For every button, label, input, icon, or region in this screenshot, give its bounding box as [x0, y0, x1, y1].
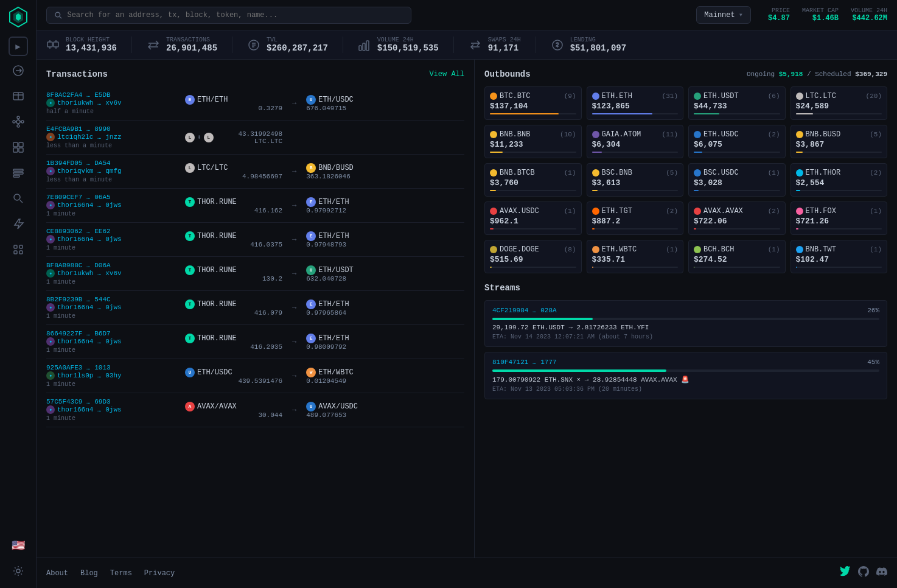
outbound-cell[interactable]: ETH.WBTC (1) $335.71: [587, 240, 684, 273]
to-asset-icon: E: [306, 334, 316, 343]
tx-from-asset-label: THOR.RUNE: [197, 266, 237, 275]
tx-from-amount: 416.0375: [185, 241, 282, 248]
sidebar-item-settings[interactable]: [7, 560, 29, 582]
swaps-label: Swaps 24h: [488, 37, 521, 43]
outbound-progress-bar: [796, 228, 882, 229]
tx-address[interactable]: ● thor166n4 … 0jws: [46, 235, 180, 243]
tx-hash[interactable]: 8B2F9239B … 544C: [46, 296, 180, 303]
outbound-count: (2): [768, 131, 780, 138]
outbound-cell[interactable]: BSC.USDC (1) $3,028: [688, 163, 786, 197]
sidebar-item-pools[interactable]: [7, 85, 29, 107]
outbound-asset-name: GAIA.ATOM: [602, 130, 641, 139]
outbound-cell[interactable]: BNB.BNB (10) $11,233: [484, 125, 582, 158]
outbound-progress-fill: [694, 267, 694, 268]
asset-icon: T: [185, 231, 195, 241]
outbound-cell[interactable]: BNB.TWT (1) $102.47: [791, 240, 888, 273]
tx-from-amount: 0.3279: [185, 105, 282, 112]
outbound-cell[interactable]: AVAX.USDC (1) $962.1: [484, 201, 582, 235]
app-logo[interactable]: [7, 6, 29, 28]
outbound-cell[interactable]: LTC.LTC (20) $24,589: [791, 86, 888, 120]
tx-address[interactable]: ● thor166n4 … 0jws: [46, 303, 180, 312]
outbound-cell[interactable]: BCH.BCH (1) $274.52: [688, 240, 786, 273]
stream-hash[interactable]: 4CF219984 … 028A 26%: [492, 307, 879, 314]
footer-terms[interactable]: Terms: [110, 569, 132, 578]
asset-icon: T: [185, 299, 195, 309]
address-avatar: ●: [46, 133, 55, 141]
outbound-asset-name: AVAX.USDC: [500, 207, 539, 215]
tx-address[interactable]: ● thor1qvkm … qmfg: [46, 167, 180, 175]
outbounds-title: Outbounds: [484, 69, 531, 79]
tx-address[interactable]: ● ltc1qh2lc … jnzz: [46, 133, 180, 141]
discord-icon[interactable]: [876, 566, 887, 580]
sidebar-item-more[interactable]: [7, 239, 29, 261]
play-button[interactable]: ▶: [9, 37, 28, 56]
tx-address[interactable]: ● thor166n4 … 0jws: [46, 337, 180, 346]
outbound-count: (11): [662, 131, 678, 138]
stream-hash[interactable]: 810F47121 … 1777 45%: [492, 359, 879, 366]
tx-hash[interactable]: E4FCBA9B1 … 8990: [46, 125, 180, 133]
tx-time: 1 minute: [46, 313, 180, 320]
outbound-cell[interactable]: ETH.FOX (1) $721.26: [791, 201, 888, 235]
outbound-asset-icon: [796, 208, 803, 215]
tx-address[interactable]: ● thor1ls0p … 03hy: [46, 371, 180, 380]
table-row: 57C5F43C9 … 69D3 ● thor166n4 … 0jws 1 mi…: [46, 393, 464, 427]
outbound-cell[interactable]: BSC.BNB (5) $3,613: [587, 163, 684, 197]
footer-privacy[interactable]: Privacy: [144, 569, 175, 578]
sidebar-item-flag[interactable]: 🇺🇸: [7, 534, 29, 556]
tx-hash[interactable]: 86649227F … B6D7: [46, 330, 180, 337]
sidebar-item-lightning[interactable]: [7, 213, 29, 235]
outbound-cell[interactable]: ETH.TGT (2) $887.2: [587, 201, 684, 235]
footer-social: [840, 566, 887, 580]
outbound-asset-icon: [796, 131, 803, 138]
tx-hash[interactable]: 7E809CEF7 … 06A5: [46, 194, 180, 201]
tx-address[interactable]: ● thor1ukwh … xv6v: [46, 99, 180, 107]
tx-info: E4FCBA9B1 … 8990 ● ltc1qh2lc … jnzz less…: [46, 125, 180, 149]
outbound-cell[interactable]: AVAX.AVAX (2) $722.06: [688, 201, 786, 235]
network-selector[interactable]: Mainnet ▾: [696, 6, 751, 24]
tx-hash[interactable]: CE8893062 … EE62: [46, 228, 180, 235]
outbound-cell[interactable]: ETH.USDC (2) $6,075: [688, 125, 786, 158]
outbound-progress-fill: [592, 267, 594, 268]
outbound-asset-name: DOGE.DOGE: [500, 245, 539, 254]
sidebar-item-dashboard[interactable]: [7, 136, 29, 158]
outbound-count: (10): [560, 131, 576, 138]
search-box[interactable]: [46, 7, 411, 24]
sidebar-item-accounts[interactable]: [7, 162, 29, 184]
tx-to-asset-label: ETH/ETH: [318, 334, 349, 343]
outbound-asset-name: BTC.BTC: [500, 92, 530, 100]
tx-address[interactable]: ● thor166n4 … 0jws: [46, 201, 180, 209]
outbound-cell[interactable]: ETH.THOR (2) $2,554: [791, 163, 888, 197]
footer-blog[interactable]: Blog: [80, 569, 98, 578]
sidebar-item-nodes[interactable]: [7, 111, 29, 133]
view-all-link[interactable]: View All: [429, 70, 464, 79]
tx-address[interactable]: ● thor166n4 … 0jws: [46, 405, 180, 414]
sidebar-item-thornames[interactable]: [7, 187, 29, 209]
sidebar-item-transactions[interactable]: [7, 60, 29, 82]
tx-hash[interactable]: 8F8AC2FA4 … E5DB: [46, 91, 180, 99]
network-label: Mainnet: [704, 11, 735, 19]
outbound-progress-bar: [694, 190, 780, 191]
outbound-cell[interactable]: ETH.ETH (31) $123,865: [587, 86, 684, 120]
outbound-cell[interactable]: DOGE.DOGE (8) $515.69: [484, 240, 582, 273]
outbound-cell[interactable]: BNB.BTCB (1) $3,760: [484, 163, 582, 197]
outbound-cell[interactable]: ETH.USDT (6) $44,733: [688, 86, 786, 120]
outbound-amount: $335.71: [592, 255, 679, 264]
twitter-icon[interactable]: [840, 566, 851, 580]
tx-time: less than a minute: [46, 177, 180, 183]
tx-hash[interactable]: 1B394FD05 … DA54: [46, 159, 180, 167]
github-icon[interactable]: [858, 566, 869, 580]
footer-about[interactable]: About: [46, 569, 68, 578]
tx-address[interactable]: ● thor1ukwh … xv6v: [46, 269, 180, 278]
outbound-progress-bar: [796, 190, 882, 191]
tx-hash[interactable]: 925A0AFE3 … 1013: [46, 364, 180, 371]
table-row: E4FCBA9B1 … 8990 ● ltc1qh2lc … jnzz less…: [46, 121, 464, 155]
search-input[interactable]: [67, 11, 403, 19]
tx-info: 925A0AFE3 … 1013 ● thor1ls0p … 03hy 1 mi…: [46, 364, 180, 388]
outbound-asset-row: AVAX.AVAX (2): [694, 207, 780, 215]
tx-hash[interactable]: 57C5F43C9 … 69D3: [46, 398, 180, 405]
outbound-cell[interactable]: BTC.BTC (9) $137,104: [484, 86, 582, 120]
outbound-cell[interactable]: GAIA.ATOM (11) $6,304: [587, 125, 684, 158]
outbound-progress-bar: [592, 152, 679, 153]
tx-hash[interactable]: BF8AB988C … D06A: [46, 262, 180, 269]
outbound-cell[interactable]: BNB.BUSD (5) $3,867: [791, 125, 888, 158]
